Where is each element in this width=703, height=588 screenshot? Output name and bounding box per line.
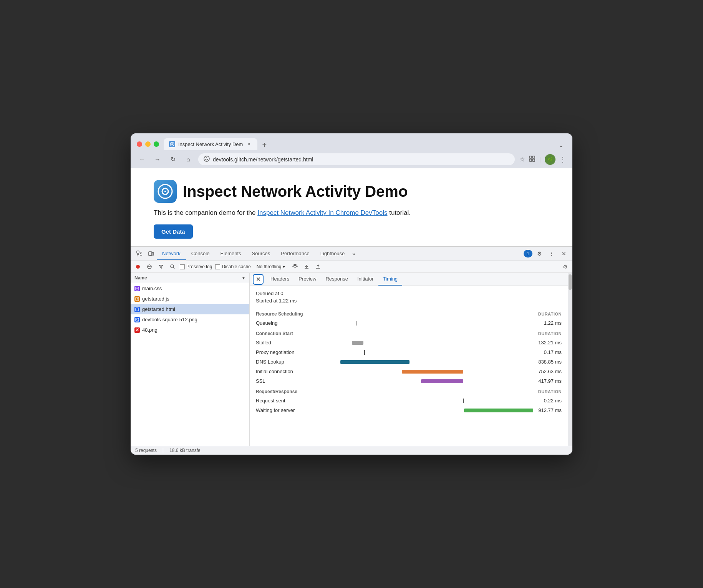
timing-bar-ssl [421,379,463,383]
preserve-log-checkbox[interactable] [180,264,185,269]
extensions-btn[interactable] [529,155,536,164]
svg-line-19 [173,267,174,269]
back-btn[interactable]: ← [137,154,148,165]
connection-start-header: Connection Start DURATION [256,328,562,338]
rd-tab-timing[interactable]: Timing [378,273,403,286]
tab-performance[interactable]: Performance [275,247,315,260]
new-tab-btn[interactable]: + [259,140,270,150]
disable-cache-checkbox[interactable] [215,264,220,269]
tab-close-btn[interactable]: × [246,141,252,147]
timing-name-ssl: SSL [256,378,325,384]
page-header: Inspect Network Activity Demo [154,180,549,203]
timing-row-ssl: SSL 417.97 ms [256,376,562,386]
page-subtitle: This is the companion demo for the Inspe… [154,209,549,217]
file-item-48-png[interactable]: ✕ 48.png [131,325,249,335]
subtitle-end: tutorial. [387,209,410,216]
timing-duration-waiting: 912.77 ms [533,407,562,413]
home-btn[interactable]: ⌂ [183,154,194,165]
scrollbar-thumb[interactable] [569,274,572,290]
svg-point-2 [204,156,209,161]
right-scrollbar[interactable] [568,273,572,446]
tab-lighthouse[interactable]: Lighthouse [315,247,350,260]
timing-bar-area-initial-conn [325,369,527,374]
timing-row-proxy: Proxy negotiation 0.17 ms [256,347,562,357]
clear-btn[interactable] [145,262,154,271]
tab-title: Inspect Network Activity Dem [178,141,243,147]
tab-dropdown-btn[interactable]: ⌄ [555,140,566,150]
throttle-label: No throttling [257,264,282,269]
request-details: ✕ Headers Preview Response Initiator Tim… [250,273,568,446]
devtools-more-btn[interactable]: ⋮ [546,248,557,259]
timing-line-queueing [356,321,356,326]
timing-bar-stalled [352,341,363,345]
devtools-device-icon[interactable] [145,247,157,261]
timing-bar-area-queueing [325,321,527,326]
svg-rect-5 [532,156,535,158]
disable-cache-label[interactable]: Disable cache [215,264,250,269]
minimize-traffic-light[interactable] [145,141,151,147]
tab-sources[interactable]: Sources [247,247,276,260]
started-at: Started at 1.22 ms [256,298,562,304]
export-btn[interactable] [314,262,322,271]
throttle-dropdown[interactable]: No throttling ▾ [254,263,288,271]
address-bar: ← → ↻ ⌂ devtools.glitch.me/network/getst… [131,150,572,168]
issues-badge[interactable]: 1 [524,250,532,257]
js-file-icon [134,296,140,302]
throttle-chevron: ▾ [283,264,285,269]
url-bar[interactable]: devtools.glitch.me/network/getstarted.ht… [198,153,515,165]
timing-duration-dns: 838.85 ms [527,359,562,365]
tab-network[interactable]: Network [157,247,186,260]
file-name-getstarted-js: getstarted.js [142,296,169,302]
more-tabs-btn[interactable]: » [350,248,357,260]
url-actions: ☆ | 🌿 ⋮ [519,154,566,165]
close-traffic-light[interactable] [137,141,142,147]
rd-tab-response[interactable]: Response [321,273,353,286]
network-body: Name ▼ main.css getstarted.js [131,273,572,446]
record-btn[interactable] [134,262,142,271]
devtools-close-btn[interactable]: ✕ [559,248,569,259]
preserve-log-label[interactable]: Preserve log [180,264,212,269]
tab-elements[interactable]: Elements [215,247,246,260]
devtools-settings-btn[interactable]: ⚙ [534,248,545,259]
active-tab[interactable]: Inspect Network Activity Dem × [164,138,257,150]
divider: | [539,156,541,163]
rd-tab-preview[interactable]: Preview [294,273,321,286]
devtools-inspect-icon[interactable] [134,247,145,261]
forward-btn[interactable]: → [152,154,163,165]
get-data-btn[interactable]: Get Data [154,224,193,239]
devtools-right-icons: 1 ⚙ ⋮ ✕ [524,248,569,259]
disable-cache-text: Disable cache [222,264,250,269]
file-name-48-png: 48.png [142,327,158,333]
rd-tab-initiator[interactable]: Initiator [353,273,378,286]
file-item-getstarted-js[interactable]: getstarted.js [131,294,249,304]
browser-window: Inspect Network Activity Dem × + ⌄ ← → ↻… [131,133,572,455]
network-settings-btn[interactable]: ⚙ [561,262,569,271]
filter-btn[interactable] [157,262,165,271]
tab-console[interactable]: Console [186,247,215,260]
bookmark-btn[interactable]: ☆ [519,156,525,163]
timing-name-stalled: Stalled [256,340,325,345]
file-name-maincss: main.css [142,286,162,291]
online-icon[interactable] [291,262,299,271]
file-item-devtools-png[interactable]: devtools-square-512.png [131,314,249,325]
page-logo [154,180,177,203]
file-item-maincss[interactable]: main.css [131,283,249,294]
maximize-traffic-light[interactable] [154,141,159,147]
rd-close-btn[interactable]: ✕ [253,274,264,285]
file-list-sort-chevron[interactable]: ▼ [242,276,245,280]
rd-tab-headers[interactable]: Headers [266,273,294,286]
timing-line-request-sent [463,399,464,403]
svg-rect-6 [529,159,532,161]
page-content: Inspect Network Activity Demo This is th… [131,168,572,246]
devtools-panel: Network Console Elements Sources Perform… [131,246,572,455]
search-btn[interactable] [168,262,177,271]
tutorial-link[interactable]: Inspect Network Activity In Chrome DevTo… [257,209,387,216]
browser-menu-btn[interactable]: ⋮ [559,155,566,164]
svg-rect-13 [152,252,154,255]
profile-avatar[interactable]: 🌿 [545,154,555,165]
file-item-getstarted-html[interactable]: getstarted.html [131,304,249,314]
import-btn[interactable] [302,262,311,271]
preserve-log-text: Preserve log [186,264,212,269]
section-name-connection: Connection Start [256,331,538,336]
reload-btn[interactable]: ↻ [167,154,178,165]
